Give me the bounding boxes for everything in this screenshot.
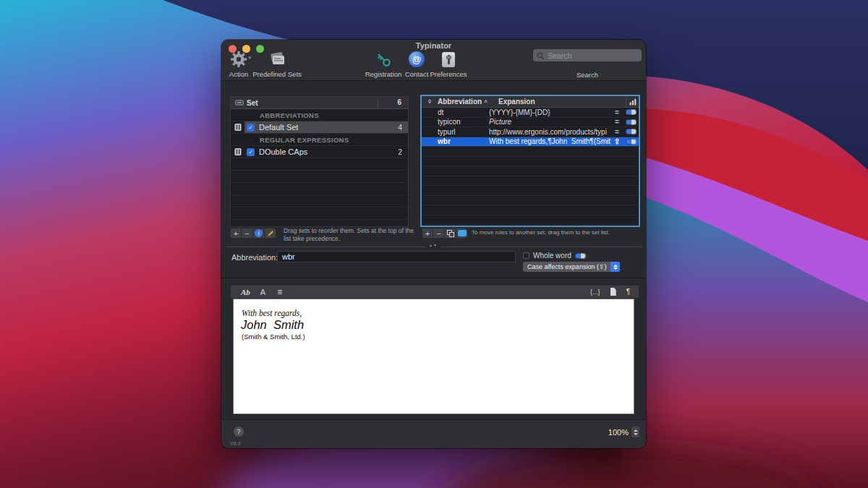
whole-word-checkbox[interactable] <box>523 252 529 259</box>
document-icon[interactable] <box>610 288 616 296</box>
empty-rule-row <box>422 196 639 206</box>
empty-set-row <box>231 220 408 227</box>
bar-chart-icon <box>629 98 637 106</box>
predefined-sets-button[interactable]: Predefined Sets <box>250 49 304 78</box>
sets-header-title: Set <box>247 99 258 107</box>
rule-enabled-toggle[interactable] <box>626 109 637 115</box>
empty-set-row <box>231 158 408 171</box>
help-button[interactable]: ? <box>234 427 244 437</box>
alignment-button[interactable]: ≡ <box>277 287 282 297</box>
rule-expansion: With best regards,¶John Smith¶(Smit <box>489 137 611 145</box>
rule-row-typurl[interactable]: typurl http://www.ergonis.com/products/t… <box>422 127 639 137</box>
empty-rule-row <box>422 186 639 196</box>
rule-enabled-toggle[interactable] <box>626 139 637 145</box>
search-toolbar-label: Search <box>533 71 642 79</box>
splitter-handle[interactable]: ▲▼ <box>426 243 441 247</box>
set-info-button[interactable]: i <box>253 228 265 239</box>
rule-abbreviation: dt <box>438 108 489 116</box>
search-input[interactable] <box>548 49 638 61</box>
marker-column-icon: ◊ <box>422 98 438 105</box>
set-checkbox[interactable]: ✓ <box>247 148 255 156</box>
empty-rule-row <box>422 205 639 215</box>
at-icon: @ <box>409 51 425 67</box>
abbreviation-column-header[interactable]: Abbreviation^ <box>438 98 498 106</box>
pilcrow-button[interactable]: ¶ <box>626 288 630 296</box>
zoom-value: 100% <box>608 428 629 437</box>
toolbar: Typinator <box>221 40 646 81</box>
font-style-button[interactable]: Ab <box>241 288 250 296</box>
popup-stepper-icon <box>610 262 620 272</box>
set-checkbox[interactable]: ✓ <box>247 124 255 132</box>
rule-expansion: Picture <box>489 118 611 126</box>
zoom-stepper[interactable] <box>631 427 639 437</box>
whole-word-label: Whole word <box>533 252 571 260</box>
rule-abbreviation: typurl <box>438 128 489 136</box>
expansion-line-3: (Smith & Smith, Ltd.) <box>242 333 634 341</box>
case-popup-button[interactable]: Case affects expansion (⇧) <box>523 262 620 272</box>
expansion-column-header[interactable]: Expansion <box>498 98 626 106</box>
search-icon <box>537 52 545 60</box>
action-label: Action <box>229 70 248 78</box>
sets-table-header[interactable]: Set 6 <box>231 97 408 109</box>
info-icon: i <box>255 229 263 237</box>
statistics-column-icon[interactable] <box>626 96 639 107</box>
comment-button[interactable] <box>456 228 468 239</box>
add-rule-button[interactable]: + <box>422 228 433 239</box>
empty-set-row <box>231 207 408 220</box>
rules-table-header[interactable]: ◊ Abbreviation^ Expansion <box>422 96 639 108</box>
section-regular-expressions: REGULAR EXPRESSIONS <box>231 134 408 146</box>
format-toolbar: Ab A ≡ {...} ¶ <box>230 285 639 299</box>
rule-abbreviation: typicon <box>438 118 489 126</box>
remove-rule-button[interactable]: − <box>433 228 445 239</box>
font-button[interactable]: A <box>260 288 265 296</box>
window-footer: ? 100% V8.9 <box>221 419 646 448</box>
rule-enabled-toggle[interactable] <box>626 119 637 125</box>
rules-button-bar: + − <box>422 228 468 239</box>
rule-row-wbr-selected[interactable]: wbr With best regards,¶John Smith¶(Smit … <box>422 137 639 147</box>
rule-abbreviation: wbr <box>438 137 489 145</box>
abbreviation-label: Abbreviation: <box>231 253 278 262</box>
set-row-default-set[interactable]: ✓ Default Set 4 <box>231 121 408 134</box>
gear-icon <box>229 50 248 69</box>
copy-icon <box>447 230 454 237</box>
preferences-label: Preferences <box>430 70 467 78</box>
remove-set-button[interactable]: − <box>242 228 253 239</box>
search-area: Search <box>533 49 642 79</box>
sort-ascending-icon: ^ <box>484 99 488 106</box>
empty-set-row <box>231 183 408 195</box>
rule-row-typicon[interactable]: typicon Picture = <box>422 118 639 128</box>
set-column-icon <box>235 98 244 107</box>
expansion-editor[interactable]: With best regards, John Smith (Smith & S… <box>233 299 634 414</box>
empty-set-row <box>231 195 408 207</box>
signature-button[interactable] <box>265 228 276 239</box>
key-icon <box>374 51 393 68</box>
empty-rule-row <box>422 215 639 226</box>
abbreviation-input[interactable] <box>277 251 516 262</box>
plain-text-marker: = <box>611 128 623 136</box>
set-icon <box>234 123 242 132</box>
sets-header-count: 6 <box>378 97 408 108</box>
action-button[interactable]: ▾ Action <box>224 49 253 78</box>
empty-rule-row <box>422 147 639 157</box>
registration-label: Registration <box>365 70 402 78</box>
set-row-double-caps[interactable]: ✓ DOuble CAps 2 <box>231 146 408 158</box>
search-field[interactable] <box>533 49 642 61</box>
set-icon <box>234 147 242 156</box>
duplicate-rule-button[interactable] <box>445 228 456 239</box>
whole-word-toggle-icon <box>575 253 586 259</box>
rule-enabled-toggle[interactable] <box>626 129 637 134</box>
plain-text-marker: = <box>611 108 623 116</box>
sets-table: Set 6 ABBREVIATIONS ✓ Default Set 4 <box>230 96 409 227</box>
rule-expansion: {YYYY}-{MM}-{DD} <box>489 108 611 116</box>
speech-bubble-icon <box>458 230 467 236</box>
markers-button[interactable]: {...} <box>590 288 600 296</box>
desktop: Typinator <box>0 0 868 488</box>
add-set-button[interactable]: + <box>230 228 242 239</box>
preferences-icon <box>442 52 455 67</box>
empty-rule-row <box>422 166 639 176</box>
empty-set-row <box>231 171 408 183</box>
rules-hint: To move rules to another set, drag them … <box>472 229 642 237</box>
rule-row-dt[interactable]: dt {YYYY}-{MM}-{DD} = <box>422 108 639 118</box>
rules-table: ◊ Abbreviation^ Expansion dt {YYYY}-{MM}… <box>420 95 640 227</box>
preferences-button[interactable]: Preferences <box>427 49 469 78</box>
